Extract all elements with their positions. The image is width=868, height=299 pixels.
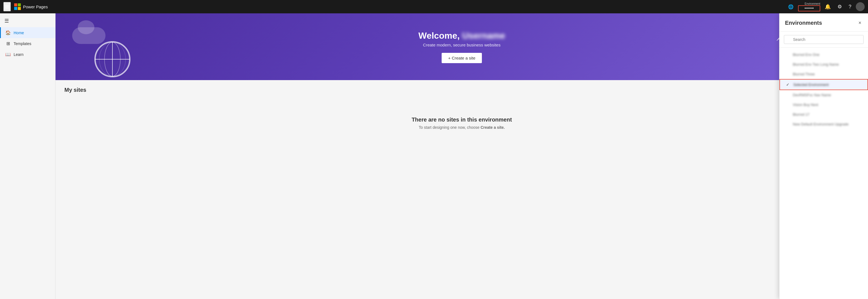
app-layout: ☰ 🏠 Home ⊞ Templates 📖 Learn — [0, 13, 868, 299]
env-check-4: ✓ — [785, 82, 790, 87]
home-icon: 🏠 — [5, 30, 11, 35]
hero-subtitle: Create modern, secure business websites — [418, 43, 505, 47]
env-button[interactable]: •••••••• — [798, 5, 820, 11]
app-logo: Power Pages — [14, 3, 48, 10]
sidebar-item-home[interactable]: 🏠 Home — [0, 27, 55, 38]
empty-state-cta-text: Create a site. — [480, 125, 505, 130]
search-input-wrapper: 🔍 — [784, 35, 864, 44]
main-content: Welcome, Username Create modern, secure … — [56, 13, 868, 299]
env-list-item[interactable]: DevRMSFsc Nav Name — [779, 90, 868, 100]
sidebar: ☰ 🏠 Home ⊞ Templates 📖 Learn — [0, 13, 56, 299]
notifications-button[interactable]: 🔔 — [823, 2, 833, 11]
globe-button[interactable]: 🌐 — [786, 3, 796, 10]
env-name-8: New Default Environment Upgrade — [793, 122, 863, 126]
sidebar-collapse-button[interactable]: ☰ — [0, 16, 13, 26]
env-list-item-selected[interactable]: ✓ Selected Environment — [779, 79, 868, 90]
env-panel-close-button[interactable]: × — [857, 19, 863, 27]
env-panel-header: Environments × — [779, 13, 868, 32]
hero-text-content: Welcome, Username Create modern, secure … — [418, 31, 505, 63]
env-name-5: DevRMSFsc Nav Name — [793, 93, 863, 97]
globe-icon: 🌐 — [788, 4, 794, 9]
hamburger-icon: ☰ — [4, 18, 9, 24]
env-name-1: Blurred Env One — [793, 53, 863, 57]
learn-icon: 📖 — [5, 52, 11, 57]
sidebar-home-label: Home — [13, 31, 24, 35]
my-sites-title: My sites — [64, 87, 859, 93]
environment-selector: Environment •••••••• — [798, 2, 820, 11]
env-name-6: Vision Buy Next — [793, 103, 863, 107]
cloud-left-decoration — [72, 27, 105, 44]
sidebar-item-templates[interactable]: ⊞ Templates — [0, 38, 55, 49]
env-list-item[interactable]: Blurred Env One — [779, 50, 868, 59]
empty-state-text: To start designing one now, choose Creat… — [70, 125, 854, 130]
env-search-input[interactable] — [784, 35, 864, 44]
sidebar-templates-label: Templates — [13, 42, 31, 46]
templates-icon: ⊞ — [5, 41, 11, 46]
env-name-7: Blurred 17 — [793, 112, 863, 116]
hero-username: Username — [462, 31, 505, 41]
gear-icon: ⚙ — [837, 4, 842, 9]
avatar[interactable] — [856, 2, 865, 11]
help-icon: ? — [848, 4, 851, 9]
sites-section: My sites There are no sites in this envi… — [56, 80, 868, 153]
environments-panel: Environments × 🔍 Blurred Env One Blurred… — [779, 13, 868, 299]
bell-icon: 🔔 — [825, 4, 831, 9]
app-name: Power Pages — [23, 4, 48, 9]
env-list-item[interactable]: Blurred Three — [779, 69, 868, 79]
env-list-item[interactable]: Blurred Env Two Long Name — [779, 59, 868, 69]
globe-decoration — [94, 41, 130, 77]
env-name-3: Blurred Three — [793, 72, 863, 76]
sidebar-item-learn[interactable]: 📖 Learn — [0, 49, 55, 60]
empty-state: There are no sites in this environment T… — [64, 100, 859, 146]
env-name-2: Blurred Env Two Long Name — [793, 62, 863, 66]
env-list-item[interactable]: Blurred 17 — [779, 110, 868, 119]
hero-title: Welcome, Username — [418, 31, 505, 41]
microsoft-logo — [14, 3, 21, 10]
env-label: Environment — [805, 2, 820, 5]
hero-banner: Welcome, Username Create modern, secure … — [56, 13, 868, 80]
waffle-menu-button[interactable]: ⊞ — [3, 2, 11, 11]
sidebar-learn-label: Learn — [13, 52, 24, 57]
topbar: ⊞ Power Pages 🌐 Environment •••••••• 🔔 ⚙… — [0, 0, 868, 13]
env-list-item[interactable]: New Default Environment Upgrade — [779, 119, 868, 129]
env-search-container: 🔍 — [779, 32, 868, 48]
empty-state-title: There are no sites in this environment — [70, 116, 854, 123]
settings-button[interactable]: ⚙ — [835, 2, 844, 11]
env-panel-title: Environments — [785, 20, 822, 26]
waffle-icon: ⊞ — [5, 4, 9, 9]
env-list-item[interactable]: Vision Buy Next — [779, 100, 868, 110]
env-list: Blurred Env One Blurred Env Two Long Nam… — [779, 48, 868, 299]
help-button[interactable]: ? — [846, 3, 854, 11]
create-site-button[interactable]: + Create a site — [442, 53, 482, 63]
topbar-right: 🌐 Environment •••••••• 🔔 ⚙ ? — [786, 2, 865, 11]
env-name-4: Selected Environment — [793, 83, 862, 87]
